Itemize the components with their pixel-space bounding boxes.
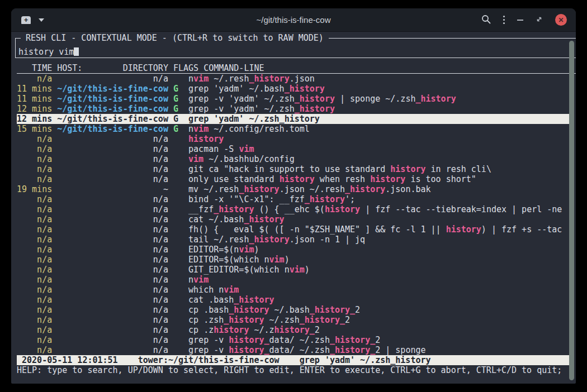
- history-row[interactable]: n/a n/a bind -x '"\C-x1": __fzf_history'…: [17, 194, 576, 204]
- search-query-text: history vim: [18, 47, 74, 57]
- history-row[interactable]: n/a n/a __fzf_history () { __ehc $(histo…: [17, 204, 576, 214]
- row-command: nvim: [188, 275, 209, 285]
- row-time: n/a: [17, 325, 52, 335]
- row-command: grep -v history_data/ ~/.zsh_history_2 |…: [188, 345, 425, 355]
- command-text: 2: [355, 305, 360, 315]
- row-time: n/a: [17, 194, 52, 204]
- titlebar: + ~/git/this-is-fine-cow: [11, 8, 576, 32]
- row-directory: n/a: [57, 174, 168, 184]
- command-match: vim: [269, 255, 285, 265]
- command-text: cp .zsh: [188, 315, 224, 325]
- new-tab-button[interactable]: +: [21, 13, 31, 27]
- command-text: ';: [345, 194, 355, 204]
- history-row[interactable]: n/a n/a history: [17, 134, 576, 144]
- search-button[interactable]: [481, 13, 491, 27]
- command-text: grep -v: [188, 335, 229, 345]
- history-row[interactable]: n/a n/a grep -v history_data/ ~/.zsh_his…: [17, 335, 576, 345]
- minimize-button[interactable]: [517, 13, 523, 27]
- restore-button[interactable]: [536, 13, 543, 27]
- row-flag: [173, 345, 178, 355]
- command-text: bind -x '"\C-x1": __fzf: [188, 194, 305, 204]
- command-match: _history: [295, 94, 335, 104]
- row-flag: [173, 184, 178, 194]
- history-row[interactable]: 12 mins ~/git/this-is-fine-cow G grep -v…: [17, 104, 576, 114]
- command-match: history_: [229, 345, 269, 355]
- row-directory: n/a: [57, 164, 168, 174]
- history-row[interactable]: n/a n/a cat .bash_history: [17, 295, 576, 305]
- history-row[interactable]: n/a n/a cp .zsh_history ~/.zsh_history_2: [17, 315, 576, 325]
- command-match: vim: [224, 285, 239, 295]
- command-text: data/ ~/.zsh: [269, 335, 330, 345]
- history-row[interactable]: n/a n/a EDITOR=$(which nvim): [17, 255, 576, 265]
- row-flag: [173, 305, 178, 315]
- history-row[interactable]: 11 mins ~/git/this-is-fine-cow G grep -v…: [17, 94, 576, 104]
- row-time: n/a: [17, 134, 52, 144]
- command-match: _history_: [310, 305, 355, 315]
- history-row[interactable]: n/a n/a cat ~/.bash_history: [17, 214, 576, 224]
- row-directory: ~/git/this-is-fine-cow: [57, 114, 168, 124]
- history-row[interactable]: n/a n/a GIT_EDITOR=$(which nvim): [17, 265, 576, 275]
- row-command: vim ~/.bashhub/config: [188, 154, 295, 164]
- history-row[interactable]: 12 mins ~/git/this-is-fine-cow G grep 'y…: [17, 114, 571, 124]
- new-tab-icon: +: [21, 16, 31, 24]
- history-row[interactable]: n/a n/a grep -v history_data/ ~/.zsh_his…: [17, 345, 576, 355]
- command-match: _history_: [300, 315, 345, 325]
- history-row[interactable]: n/a n/a tail ~/.resh_history.json -n 1 |…: [17, 235, 576, 245]
- command-match: _history: [305, 194, 345, 204]
- close-button[interactable]: ✕: [555, 13, 567, 27]
- history-row[interactable]: n/a n/a nvim ~/.resh_history.json: [17, 74, 576, 84]
- history-row[interactable]: n/a n/a pacman -S vim: [17, 144, 576, 154]
- history-row[interactable]: 19 mins ~ mv ~/.resh_history.json ~/.res…: [17, 184, 576, 194]
- command-text: .json.bak: [385, 184, 430, 194]
- history-row[interactable]: 11 mins ~/git/this-is-fine-cow G grep 'y…: [17, 84, 576, 94]
- row-command: GIT_EDITOR=$(which nvim): [188, 265, 310, 275]
- row-command: grep 'yadm' ~/.zsh_history: [188, 114, 320, 124]
- row-time: n/a: [17, 235, 52, 245]
- command-text: mv ~/.resh: [188, 184, 239, 194]
- tab-dropdown-button[interactable]: [39, 13, 44, 27]
- desktop-background: + ~/git/this-is-fine-cow: [0, 0, 587, 392]
- row-flag: [173, 194, 178, 204]
- command-text: n: [188, 124, 193, 134]
- history-row[interactable]: n/a n/a cp .zhistory ~/.zhistory_2: [17, 325, 576, 335]
- scrollbar[interactable]: [569, 41, 574, 380]
- history-row[interactable]: n/a n/a EDITOR=$(nvim): [17, 245, 576, 255]
- row-flag: [173, 74, 178, 84]
- row-directory: n/a: [57, 285, 168, 295]
- history-row[interactable]: n/a n/a only use standard history when r…: [17, 174, 576, 184]
- command-text: EDITOR=$(which n: [188, 255, 269, 265]
- history-row[interactable]: n/a n/a vim ~/.bashhub/config: [17, 154, 576, 164]
- command-text: only use standard: [188, 174, 280, 184]
- history-row[interactable]: n/a n/a cp .bash_history ~/.bash_history…: [17, 305, 576, 315]
- command-text: is too short": [405, 174, 476, 184]
- command-match: history: [214, 325, 249, 335]
- command-match: _history: [229, 305, 269, 315]
- row-command: tail ~/.resh_history.json -n 1 | jq: [188, 235, 365, 245]
- row-time: n/a: [17, 295, 52, 305]
- row-flag: [173, 235, 178, 245]
- chevron-down-icon: [39, 18, 44, 22]
- status-bar: 2020-05-11 12:01:51 tower:~/git/this-is-…: [17, 355, 571, 365]
- history-row[interactable]: 15 mins ~/git/this-is-fine-cow G nvim ~/…: [17, 124, 576, 134]
- row-command: grep -v 'yadm' ~/.zsh_history: [188, 104, 335, 114]
- row-directory: ~/git/this-is-fine-cow: [57, 104, 168, 114]
- menu-button[interactable]: [503, 13, 505, 27]
- history-row[interactable]: n/a n/a nvim: [17, 275, 576, 285]
- search-input[interactable]: history vim: [18, 47, 79, 57]
- command-match: vim: [290, 265, 305, 275]
- row-time: n/a: [17, 74, 52, 84]
- command-match: vim: [193, 275, 209, 285]
- command-match: history: [280, 174, 315, 184]
- command-match: _history: [295, 104, 335, 114]
- command-text: git ca "hack in support to use standard: [188, 164, 390, 174]
- history-list: n/a n/a nvim ~/.resh_history.json11 mins…: [17, 74, 576, 355]
- history-row[interactable]: n/a n/a git ca "hack in support to use s…: [17, 164, 576, 174]
- history-row[interactable]: n/a n/a fh() { eval $( ([ -n "$ZSH_NAME"…: [17, 224, 576, 235]
- command-text: EDITOR=$(n: [188, 245, 239, 255]
- command-text: ~/.bash: [269, 305, 310, 315]
- command-text: data/ ~/.zsh: [269, 345, 330, 355]
- row-flag: G: [173, 124, 178, 134]
- row-directory: ~/git/this-is-fine-cow: [57, 84, 168, 94]
- history-row[interactable]: n/a n/a which nvim: [17, 285, 576, 295]
- command-text: 2: [345, 315, 350, 325]
